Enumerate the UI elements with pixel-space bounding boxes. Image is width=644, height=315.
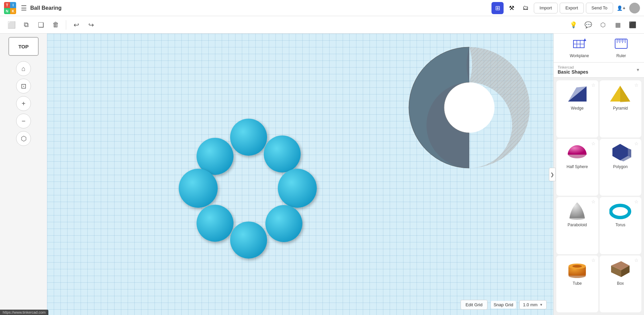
send-to-button[interactable]: Send To [586,3,613,13]
logo-n: N [4,8,10,14]
add-user-button[interactable]: 👤+ [615,2,627,14]
svg-marker-26 [620,86,630,102]
shape-card-box[interactable]: ☆ Box [600,255,642,313]
fav-polygon-icon[interactable]: ☆ [634,141,639,146]
light-button[interactable]: 💡 [567,19,579,31]
bottom-bar: Edit Grid Snap Grid 1.0 mm ▼ [461,300,547,310]
url-bar: https://www.tinkercad.com [0,310,48,315]
document-title[interactable]: Ball Bearing [30,5,488,11]
workplane-tool[interactable]: Workplane [570,38,589,58]
workplane-label: Workplane [570,53,589,58]
action-bar: ⬜ ⧉ ❑ 🗑 ↩ ↪ 💡 💬 ⬡ ▦ ⬛ [0,16,644,34]
group-button[interactable]: ▦ [612,19,624,31]
ruler-icon [614,38,628,52]
torus-icon-area [609,200,632,221]
shape-card-wedge[interactable]: ☆ Wedge [556,80,598,137]
svg-marker-29 [628,148,631,157]
ball-0[interactable] [230,119,267,156]
copy-button[interactable]: ⧉ [20,19,32,31]
actionbar-right: 💡 💬 ⬡ ▦ ⬛ [567,19,639,31]
flip-button[interactable]: ⬛ [627,19,639,31]
ball-3[interactable] [179,169,218,208]
snap-dropdown-arrow[interactable]: ▼ [540,303,543,307]
fav-box-icon[interactable]: ☆ [634,258,639,263]
tube-icon-area [565,259,589,279]
logo-i: I [10,2,16,8]
fav-halfsphere-icon[interactable]: ☆ [591,141,596,146]
shape-card-paraboloid[interactable]: ☆ Paraboloid [556,197,598,254]
halfsphere-icon-area [565,142,589,162]
svg-point-36 [572,265,582,268]
redo-button[interactable]: ↪ [85,19,97,31]
topbar-right-actions: ⊞ ⚒ 🗂 Import Export Send To 👤+ [491,2,640,14]
shape-card-torus[interactable]: ☆ Torus [600,197,642,254]
ball-7[interactable] [265,205,302,242]
collapse-panel-button[interactable]: ❯ [549,168,556,181]
zoom-out-button[interactable]: − [16,114,31,128]
pyramid-icon-area [609,84,632,104]
undo-button[interactable]: ↩ [70,19,82,31]
wedge-icon-area [565,84,589,104]
top-bar: T I N K ☰ Ball Bearing ⊞ ⚒ 🗂 Import Expo… [0,0,644,16]
left-panel: TOP ⌂ ⊡ + − ⬡ [0,34,47,315]
list-view-icon[interactable]: ☰ [21,4,27,12]
polygon-icon-area [609,142,632,162]
box-icon-area [609,259,632,279]
box-label: Box [617,281,624,286]
ball-5[interactable] [197,205,233,242]
category-info: Tinkercad Basic Shapes [558,65,588,75]
grid-view-button[interactable]: ⊞ [491,2,504,14]
top-view-button[interactable]: TOP [8,37,39,56]
svg-marker-13 [584,38,586,41]
home-view-button[interactable]: ⌂ [16,61,31,76]
fav-torus-icon[interactable]: ☆ [634,199,639,204]
mirror-button[interactable]: ⬡ [597,19,609,31]
hammer-button[interactable]: ⚒ [506,2,518,14]
paraboloid-label: Paraboloid [568,223,587,227]
perspective-button[interactable]: ⬡ [16,131,31,146]
main-area: TOP ⌂ ⊡ + − ⬡ [0,34,644,315]
shape-card-pyramid[interactable]: ☆ Pyramid [600,80,642,137]
wedge-label: Wedge [571,106,584,111]
fav-paraboloid-icon[interactable]: ☆ [591,199,596,204]
zoom-in-button[interactable]: + [16,96,31,111]
shape-card-halfsphere[interactable]: ☆ Half Sphere [556,139,598,196]
torus-label: Torus [615,223,625,227]
fit-view-button[interactable]: ⊡ [16,79,31,93]
export-button[interactable]: Export [560,3,584,13]
shape-card-polygon[interactable]: ☆ Polygon [600,139,642,196]
separator-1 [66,20,66,30]
import-button[interactable]: Import [534,3,558,13]
fav-pyramid-icon[interactable]: ☆ [634,82,639,88]
ball-2[interactable] [264,135,301,172]
speech-bubble-button[interactable]: 💬 [582,19,594,31]
avatar[interactable] [629,3,640,13]
ruler-label: Ruler [616,53,626,58]
app-logo[interactable]: T I N K [4,2,16,14]
edit-grid-button[interactable]: Edit Grid [461,300,488,310]
tube-label: Tube [573,281,582,286]
ball-4[interactable] [278,169,317,208]
ruler-tool[interactable]: Ruler [614,38,628,58]
ball-6[interactable] [230,222,267,259]
folder-button[interactable]: 🗂 [520,2,532,14]
snap-grid-label: Snap Grid [491,301,516,309]
shape-card-tube[interactable]: ☆ Tube [556,255,598,313]
paraboloid-icon-area [565,200,589,221]
delete-button[interactable]: 🗑 [50,19,62,31]
svg-point-32 [611,205,630,218]
fav-wedge-icon[interactable]: ☆ [591,82,596,88]
logo-t: T [4,2,10,8]
category-dropdown-arrow[interactable]: ▼ [636,68,640,72]
shapes-grid: ☆ Wedge ☆ [554,78,644,315]
category-selector[interactable]: Tinkercad Basic Shapes ▼ [554,63,644,78]
canvas-area[interactable]: Edit Grid Snap Grid 1.0 mm ▼ [47,34,553,315]
duplicate-button[interactable]: ❑ [35,19,47,31]
pyramid-label: Pyramid [613,106,628,111]
new-button[interactable]: ⬜ [5,19,17,31]
snap-grid-value[interactable]: 1.0 mm ▼ [519,300,547,309]
snap-grid-number: 1.0 mm [523,302,538,307]
fav-tube-icon[interactable]: ☆ [591,258,596,263]
category-name: Basic Shapes [558,69,588,75]
workplane-icon [573,38,586,52]
